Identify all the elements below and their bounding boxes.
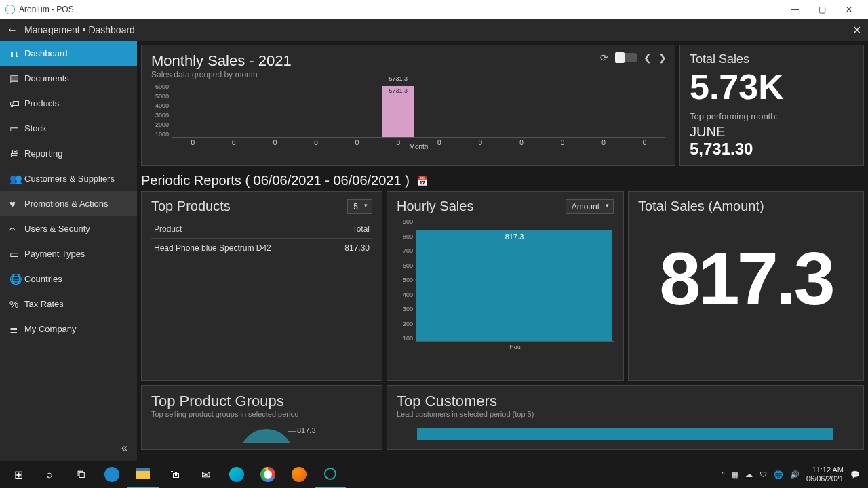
hourly-sales-card: Hourly Sales Amount 90080070060050040030…: [387, 191, 624, 381]
aronium-taskbar-icon[interactable]: [315, 461, 346, 488]
top-customers-card: Top Customers Lead customers in selected…: [387, 385, 864, 450]
doc-icon: ▤: [9, 73, 24, 85]
sidebar-item-payment[interactable]: ▭Payment Types: [0, 241, 137, 266]
edge2-icon[interactable]: [221, 461, 252, 488]
hourly-chart: 900800700600500400300200100 817.3 Hou: [397, 218, 614, 354]
hourly-bar-value: 817.3: [505, 232, 524, 241]
taskbar: ⊞ ⌕ ⧉ 🛍 ✉ ^ ▦ ☁ 🛡 🌐 🔊 11:12 AM 06/06/202…: [0, 461, 868, 488]
col-product: Product: [151, 220, 328, 239]
groups-pie: 817.3: [151, 422, 372, 443]
globe-icon: 🌐: [9, 273, 24, 285]
tray-chevron-icon[interactable]: ^: [722, 470, 725, 479]
sidebar-item-promotions[interactable]: ♥Promotions & Actions: [0, 191, 137, 216]
taskbar-clock[interactable]: 11:12 AM 06/06/2021: [806, 466, 844, 483]
edge-icon[interactable]: [96, 461, 127, 488]
sidebar-item-stock[interactable]: ▭Stock: [0, 116, 137, 141]
explorer-icon[interactable]: [127, 461, 159, 488]
top-month-amount: 5,731.30: [690, 140, 854, 159]
table-row[interactable]: Head Phone blue Spectrum D42817.30: [151, 239, 372, 258]
pie-slice: [239, 429, 294, 456]
sidebar-item-users[interactable]: 𝄐Users & Security: [0, 216, 137, 241]
back-button[interactable]: ←: [7, 24, 18, 36]
window-title: Aronium - POS: [19, 5, 74, 14]
sidebar-item-customers[interactable]: 👥Customers & Suppliers: [0, 166, 137, 191]
top-products-limit-select[interactable]: 5: [347, 199, 372, 214]
sidebar-item-label: Reporting: [24, 148, 62, 159]
close-view-button[interactable]: ✕: [852, 24, 861, 37]
customers-title: Top Customers: [397, 392, 854, 410]
groups-title: Top Product Groups: [151, 392, 372, 410]
calendar-icon[interactable]: 📅: [416, 176, 428, 186]
monthly-sales-card: ⟳ ❮ ❯ Monthly Sales - 2021 Sales data gr…: [141, 45, 675, 166]
top-month-label: Top performing month:: [690, 111, 854, 121]
window-titlebar: Aronium - POS — ▢ ✕: [0, 0, 868, 19]
breadcrumb: Management • Dashboard: [24, 24, 135, 35]
sidebar-item-dashboard[interactable]: ⫾⫾Dashboard: [0, 41, 137, 66]
heart-icon: ♥: [9, 198, 24, 209]
collapse-sidebar-button[interactable]: «: [0, 435, 137, 461]
box-icon: ▭: [9, 123, 24, 135]
total-sales-value: 5.73K: [690, 69, 854, 104]
search-button[interactable]: ⌕: [34, 461, 65, 488]
sidebar-item-label: Payment Types: [24, 249, 85, 259]
sidebar-item-reporting[interactable]: 🖶Reporting: [0, 141, 137, 166]
sidebar-item-countries[interactable]: 🌐Countries: [0, 266, 137, 291]
sidebar-item-products[interactable]: 🏷Products: [0, 91, 137, 116]
hourly-mode-select[interactable]: Amount: [566, 199, 614, 214]
hourly-title: Hourly Sales: [397, 199, 473, 214]
taskbar-date: 06/06/2021: [806, 474, 844, 483]
monthly-subtitle: Sales data grouped by month: [151, 70, 665, 79]
tray-onedrive-icon[interactable]: ☁: [745, 470, 753, 479]
sidebar-item-documents[interactable]: ▤Documents: [0, 66, 137, 91]
notifications-icon[interactable]: 💬: [850, 470, 860, 479]
maximize-button[interactable]: ▢: [808, 5, 835, 14]
total-amount-value: 817.3: [638, 241, 854, 316]
hourly-yaxis: 900800700600500400300200100: [397, 218, 416, 354]
sidebar-item-label: Dashboard: [24, 48, 68, 58]
monthly-title: Monthly Sales - 2021: [151, 52, 665, 70]
monthly-yaxis: 600050004000300020001000: [151, 83, 172, 151]
tray-app-icon[interactable]: ▦: [732, 470, 738, 479]
tray-network-icon[interactable]: 🌐: [774, 470, 783, 479]
chrome-icon[interactable]: [252, 461, 283, 488]
sidebar-item-label: Users & Security: [24, 224, 90, 234]
hourly-xlabel: Hou: [509, 344, 521, 350]
total-amount-card: Total Sales (Amount) 817.3: [628, 191, 864, 381]
firefox-icon[interactable]: [283, 461, 315, 488]
bars-icon: ⫾⫾: [9, 47, 24, 59]
total-sales-card: Total Sales 5.73K Top performing month: …: [679, 45, 864, 166]
sidebar-item-label: Countries: [24, 274, 62, 284]
tray-defender-icon[interactable]: 🛡: [760, 470, 767, 479]
mail-icon[interactable]: ✉: [190, 461, 221, 488]
percent-icon: %: [9, 298, 24, 310]
hourly-bar: 817.3: [416, 230, 612, 341]
system-tray: ^ ▦ ☁ 🛡 🌐 🔊 11:12 AM 06/06/2021 💬: [722, 466, 865, 483]
customer-bar: [417, 428, 833, 440]
sidebar-item-label: Tax Rates: [24, 299, 64, 309]
tray-volume-icon[interactable]: 🔊: [790, 470, 800, 479]
print-icon: 🖶: [9, 148, 24, 159]
sidebar: ⫾⫾Dashboard ▤Documents 🏷Products ▭Stock …: [0, 41, 137, 461]
prev-button[interactable]: ❮: [644, 52, 652, 63]
sidebar-item-label: Stock: [24, 123, 47, 134]
customers-bar-row: [397, 428, 854, 440]
start-button[interactable]: ⊞: [3, 461, 34, 488]
chart-toggle[interactable]: [615, 53, 637, 62]
close-window-button[interactable]: ✕: [835, 5, 863, 14]
taskview-button[interactable]: ⧉: [65, 461, 96, 488]
groups-subtitle: Top selling product groups in selected p…: [151, 410, 372, 418]
sidebar-item-company[interactable]: ≣My Company: [0, 317, 137, 342]
next-button[interactable]: ❯: [658, 52, 667, 63]
sidebar-item-label: Products: [24, 98, 59, 108]
monthly-chart: 600050004000300020001000 000005731.35731…: [151, 83, 665, 151]
product-groups-card: Top Product Groups Top selling product g…: [141, 385, 382, 450]
minimize-button[interactable]: —: [781, 5, 808, 14]
refresh-button[interactable]: ⟳: [600, 52, 608, 63]
sidebar-item-tax[interactable]: %Tax Rates: [0, 291, 137, 317]
pie-label: 817.3: [297, 426, 316, 434]
store-icon[interactable]: 🛍: [159, 461, 190, 488]
total-amount-title: Total Sales (Amount): [638, 199, 854, 214]
top-products-card: Top Products 5 Product Total Head Phone …: [141, 191, 382, 381]
card-icon: ▭: [9, 248, 24, 260]
tag-icon: 🏷: [9, 98, 24, 109]
